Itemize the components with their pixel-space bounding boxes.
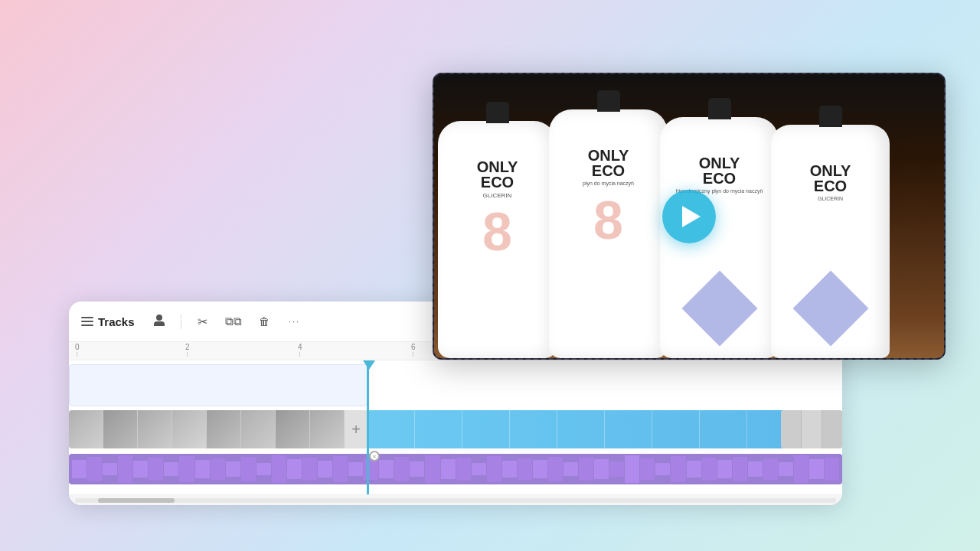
bottle-cap-1 (486, 102, 509, 123)
film-thumb-8 (310, 410, 345, 448)
active-thumb-6 (605, 410, 652, 448)
tracks-section: Tracks (81, 315, 135, 328)
tracks-label: Tracks (98, 315, 135, 328)
bottle-2: ONLYECO płyn do mycia naczyń 8 (549, 109, 668, 358)
bottle-label-3: ONLYECO hipoalergiczny płyn do mycia nac… (671, 155, 767, 194)
more-button[interactable]: ··· (283, 309, 307, 334)
bottle-cap-2 (597, 90, 620, 112)
track-video-empty[interactable] (69, 364, 368, 406)
active-thumb-4 (510, 410, 557, 448)
video-frame: ONLYECO GLICERIN 8 ONLYECO płyn do mycia… (434, 74, 944, 358)
ruler-mark-6: 6 (411, 343, 416, 357)
bottle-label-4: ONLYECO GLICERIN (782, 163, 878, 201)
bottle-label-1: ONLYECO GLICERIN (449, 159, 545, 199)
active-thumb-7 (652, 410, 700, 448)
bottle-1: ONLYECO GLICERIN 8 (438, 121, 557, 358)
film-thumb-2 (103, 410, 138, 448)
bottle-label-2: ONLYECO płyn do mycia naczyń (560, 148, 656, 186)
bottle-cap-3 (708, 98, 731, 119)
bottle-cap-4 (819, 106, 842, 127)
person-icon (152, 315, 166, 328)
video-preview: ONLYECO GLICERIN 8 ONLYECO płyn do mycia… (433, 73, 946, 360)
ruler-mark-2: 2 (185, 343, 190, 357)
active-thumb-2 (415, 410, 462, 448)
film-thumb-5 (207, 410, 241, 448)
bottle-diamond-3 (681, 271, 757, 347)
active-thumb-1 (368, 410, 415, 448)
separator-1 (181, 314, 181, 329)
bottle-4: ONLYECO GLICERIN (771, 125, 890, 358)
scissors-button[interactable] (191, 309, 215, 334)
play-button[interactable] (662, 190, 716, 243)
track-audio[interactable] (69, 454, 842, 484)
ruler-mark-0: 0 (75, 343, 80, 357)
active-thumb-5 (557, 410, 605, 448)
film-thumb-7 (276, 410, 310, 448)
copy-button[interactable]: ⧉ (221, 309, 246, 334)
film-thumb-6 (241, 410, 276, 448)
track-overflow (781, 410, 842, 448)
play-icon (682, 206, 701, 227)
trash-button[interactable]: 🗑 (252, 309, 276, 334)
active-thumb-8 (700, 410, 747, 448)
playhead (368, 360, 369, 494)
film-thumb-4 (172, 410, 207, 448)
ruler-mark-4: 4 (298, 343, 302, 357)
tracks-icon (81, 317, 93, 326)
film-thumb-3 (138, 410, 172, 448)
person-button[interactable] (147, 309, 172, 334)
bottle-diamond-4 (792, 271, 868, 347)
track-filmstrip-left[interactable]: + (69, 410, 368, 448)
track-video-active[interactable] (368, 410, 842, 448)
splice-marker[interactable]: × (369, 451, 380, 461)
tracks-area: + × (69, 360, 842, 494)
active-thumb-3 (462, 410, 510, 448)
scrollbar-area (69, 494, 842, 505)
audio-waveform (69, 454, 842, 484)
scrollbar-track[interactable] (75, 498, 836, 503)
scrollbar-thumb[interactable] (98, 498, 175, 503)
film-thumb-1 (69, 410, 103, 448)
